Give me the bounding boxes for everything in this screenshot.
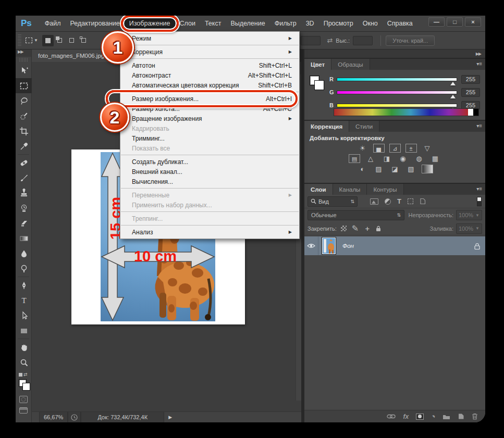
slider-track-g[interactable] <box>337 91 457 94</box>
screen-mode-button[interactable] <box>19 407 28 414</box>
filter-pixel-layers-icon[interactable] <box>370 198 378 205</box>
slider-track-b[interactable] <box>337 104 457 107</box>
layer-row-background[interactable]: Фон <box>304 236 485 255</box>
menubar-item-image[interactable]: Изображение <box>125 18 175 29</box>
close-button[interactable]: × <box>465 17 481 27</box>
filter-shape-layers-icon[interactable] <box>408 198 413 204</box>
background-color[interactable] <box>22 383 30 391</box>
height-input[interactable] <box>353 36 373 45</box>
foreground-background-swatches[interactable] <box>310 76 325 91</box>
spot-healing-brush-tool[interactable] <box>16 155 32 170</box>
levels-icon[interactable]: ▅ <box>373 144 385 153</box>
value-r[interactable]: 255 <box>461 75 480 84</box>
type-tool[interactable]: T <box>16 293 32 308</box>
tab-styles[interactable]: Стили <box>349 121 379 132</box>
blend-mode-dropdown[interactable]: Обычные ⇅ <box>308 210 404 220</box>
opacity-dropdown[interactable]: 100%▼ <box>456 210 482 220</box>
eyedropper-tool[interactable] <box>16 139 32 154</box>
minimize-button[interactable]: — <box>428 17 445 27</box>
layer-name[interactable]: Фон <box>342 243 354 249</box>
layer-filter-dropdown[interactable]: Вид ⇅ <box>308 196 358 207</box>
photo-filter-icon[interactable]: ◉ <box>397 154 409 163</box>
selection-mode-add[interactable] <box>54 35 66 46</box>
hue-saturation-icon[interactable]: ▤ <box>349 154 360 163</box>
layer-visibility-toggle[interactable] <box>304 236 318 255</box>
layer-style-icon[interactable]: fx <box>403 413 409 420</box>
gradient-map-icon[interactable] <box>422 165 433 173</box>
menubar-item-edit[interactable]: Редактирование <box>66 18 125 29</box>
eraser-tool[interactable] <box>16 216 32 231</box>
quick-selection-tool[interactable] <box>16 108 32 123</box>
lock-position-icon[interactable]: ＋ <box>364 224 371 233</box>
brightness-contrast-icon[interactable]: ☀ <box>357 144 368 153</box>
menu-item-auto-color[interactable]: Автоматическая цветовая коррекцияShift+C… <box>120 80 299 90</box>
rectangular-marquee-tool[interactable] <box>16 78 32 93</box>
menu-item-calculations[interactable]: Вычисления... <box>120 177 299 186</box>
layer-filter-toggle[interactable] <box>477 197 482 206</box>
refine-edge-button[interactable]: Уточн. край... <box>386 35 435 46</box>
channel-mixer-icon[interactable]: ◍ <box>413 154 425 163</box>
tab-swatches[interactable]: Образцы <box>331 59 370 70</box>
status-options-arrow[interactable]: ▶ <box>168 415 172 420</box>
status-clock-icon[interactable] <box>68 412 81 422</box>
menu-item-adjustments[interactable]: Коррекция▶ <box>120 47 299 57</box>
slider-track-r[interactable] <box>337 78 457 81</box>
new-layer-icon[interactable] <box>458 413 464 420</box>
zoom-tool[interactable] <box>16 355 32 370</box>
selection-mode-new[interactable] <box>42 35 54 46</box>
menu-item-canvas-size[interactable]: Размер холста...Alt+Ctrl+C <box>120 104 299 114</box>
foreground-background-swatches[interactable] <box>19 379 30 391</box>
new-group-icon[interactable] <box>442 414 450 420</box>
layer-thumbnail[interactable] <box>322 237 336 255</box>
dodge-tool[interactable] <box>16 261 32 276</box>
history-brush-tool[interactable] <box>16 201 32 216</box>
menu-item-apply-image[interactable]: Внешний канал... <box>120 167 299 177</box>
swap-dimensions-icon[interactable]: ⇄ <box>327 36 333 44</box>
menu-item-duplicate[interactable]: Создать дубликат... <box>120 157 299 167</box>
menubar-item-filter[interactable]: Фильтр <box>270 18 301 29</box>
menu-item-auto-contrast[interactable]: АвтоконтрастAlt+Shift+Ctrl+L <box>120 70 299 80</box>
lock-pixels-icon[interactable]: ✎ <box>352 223 359 233</box>
slider-thumb[interactable] <box>450 95 456 98</box>
color-spectrum-ramp[interactable] <box>334 108 479 116</box>
color-balance-icon[interactable]: △ <box>365 154 376 163</box>
blur-tool[interactable] <box>16 246 32 261</box>
menu-item-trim[interactable]: Тримминг... <box>120 133 299 143</box>
menubar-item-file[interactable]: Файл <box>40 18 66 29</box>
delete-layer-icon[interactable] <box>472 413 478 420</box>
link-layers-icon[interactable] <box>387 414 396 419</box>
threshold-icon[interactable]: ◪ <box>389 165 401 173</box>
menubar-item-help[interactable]: Справка <box>383 18 417 29</box>
path-selection-tool[interactable] <box>16 308 32 323</box>
menubar-item-type[interactable]: Текст <box>200 18 226 29</box>
gradient-tool[interactable] <box>16 231 32 246</box>
selection-mode-subtract[interactable] <box>66 35 78 46</box>
panel-menu-icon[interactable]: ▾≡ <box>476 186 482 192</box>
tab-paths[interactable]: Контуры <box>367 184 403 195</box>
filter-type-layers-icon[interactable]: T <box>397 197 401 205</box>
menubar-item-layers[interactable]: Слои <box>175 18 200 29</box>
menubar-item-3d[interactable]: 3D <box>301 18 319 29</box>
panel-menu-icon[interactable]: ▾≡ <box>476 61 482 67</box>
add-mask-icon[interactable] <box>416 414 424 420</box>
zoom-level-field[interactable]: 66,67% <box>39 412 68 422</box>
menubar-item-window[interactable]: Окно <box>358 18 383 29</box>
menu-item-image-size[interactable]: Размер изображения...Alt+Ctrl+I <box>120 94 299 104</box>
tab-color[interactable]: Цвет <box>304 59 331 70</box>
quick-mask-button[interactable] <box>19 396 28 403</box>
menu-item-analysis[interactable]: Анализ▶ <box>120 227 299 237</box>
filter-smart-objects-icon[interactable] <box>420 198 426 205</box>
menu-item-image-rotation[interactable]: Вращение изображения▶ <box>120 114 299 123</box>
brush-tool[interactable] <box>16 170 32 185</box>
width-input[interactable] <box>301 36 321 45</box>
panel-menu-icon[interactable]: ▾≡ <box>476 123 482 129</box>
maximize-button[interactable]: □ <box>447 17 463 27</box>
menubar-item-select[interactable]: Выделение <box>226 18 269 29</box>
clone-stamp-tool[interactable] <box>16 185 32 201</box>
hand-tool[interactable] <box>16 340 32 355</box>
panels-collapse-icon[interactable]: ▶▶ <box>304 49 485 58</box>
tab-adjustments[interactable]: Коррекция <box>304 121 349 132</box>
invert-icon[interactable]: ◐ <box>357 165 368 173</box>
curves-icon[interactable]: ⊿ <box>389 144 401 153</box>
slider-thumb[interactable] <box>450 82 456 85</box>
